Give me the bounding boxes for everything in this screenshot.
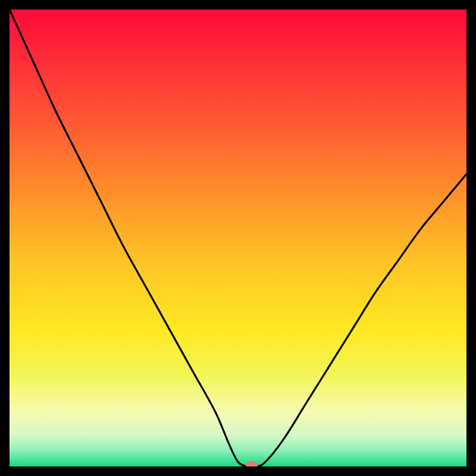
chart-frame: TheBottleneck.com — [10, 10, 466, 466]
bottleneck-chart — [10, 10, 466, 466]
gradient-background — [10, 10, 466, 466]
